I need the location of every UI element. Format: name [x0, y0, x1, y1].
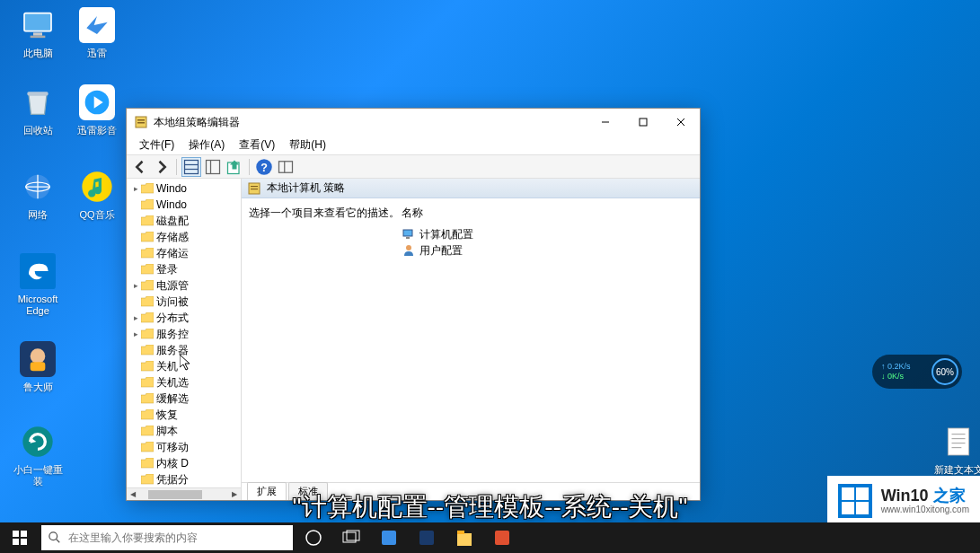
expand-icon[interactable]: [130, 426, 141, 436]
expand-icon[interactable]: [130, 199, 141, 210]
expand-icon[interactable]: [130, 393, 141, 404]
desktop-icon-xunlei-video[interactable]: 迅雷影音: [70, 83, 124, 136]
globe-icon: [18, 167, 57, 206]
content-item-user-config[interactable]: 用户配置: [402, 242, 693, 259]
watermark-suffix: 之家: [933, 487, 966, 505]
expand-icon[interactable]: ▸: [130, 280, 141, 291]
expand-icon[interactable]: [130, 296, 141, 307]
tree-node[interactable]: 关机选: [127, 374, 241, 391]
help-button[interactable]: ?: [254, 157, 274, 177]
tree-node[interactable]: ▸服务控: [127, 326, 241, 342]
content-description: 选择一个项目来查看它的描述。: [249, 206, 402, 475]
expand-icon[interactable]: [130, 442, 141, 452]
expand-icon[interactable]: [130, 232, 141, 242]
content-item-computer-config[interactable]: 计算机配置: [402, 226, 693, 242]
taskbar-app-3[interactable]: [446, 522, 483, 553]
menu-action[interactable]: 操作(A): [181, 136, 232, 154]
forward-button[interactable]: [152, 157, 172, 177]
desktop-icon-recycle-bin[interactable]: 回收站: [11, 83, 65, 136]
desktop-icon-this-pc[interactable]: 此电脑: [11, 5, 65, 59]
tree-node[interactable]: ▸Windo: [127, 180, 241, 197]
svg-rect-22: [137, 122, 145, 124]
tab-extended[interactable]: 扩展: [247, 482, 287, 500]
net-down: 0K/s: [887, 372, 904, 381]
desktop-icon-network[interactable]: 网络: [11, 167, 65, 221]
desktop-icon-edge[interactable]: Microsoft Edge: [11, 251, 65, 317]
expand-icon[interactable]: [130, 409, 141, 420]
expand-icon[interactable]: [130, 474, 141, 485]
desktop-icon-xunlei[interactable]: 迅雷: [70, 5, 124, 59]
taskbar-cortana[interactable]: [295, 522, 332, 553]
expand-icon[interactable]: [130, 458, 141, 469]
minimize-button[interactable]: [587, 109, 624, 136]
menu-view[interactable]: 查看(V): [232, 136, 282, 154]
menu-help[interactable]: 帮助(H): [282, 136, 333, 154]
taskbar-app-2[interactable]: [408, 522, 446, 553]
taskbar-search[interactable]: [41, 525, 293, 550]
tree-node[interactable]: 缓解选: [127, 391, 241, 407]
scroll-left-icon[interactable]: ◀: [127, 488, 139, 501]
tree-node[interactable]: ▸分布式: [127, 310, 241, 326]
folder-icon: [141, 280, 154, 291]
expand-icon[interactable]: ▸: [130, 312, 141, 323]
expand-icon[interactable]: [130, 215, 141, 226]
expand-icon[interactable]: ▸: [130, 329, 141, 339]
details-button[interactable]: [203, 157, 223, 177]
tree-node[interactable]: 可移动: [127, 439, 241, 455]
expand-icon[interactable]: [130, 345, 141, 356]
menu-file[interactable]: 文件(F): [132, 136, 181, 154]
desktop-icon-ludashi[interactable]: 鲁大师: [11, 339, 65, 393]
tree-pane: ▸WindoWindo磁盘配存储感存储运登录▸电源管访问被▸分布式▸服务控服务器…: [127, 179, 242, 500]
tree-scrollbar[interactable]: ◀ ▶: [127, 487, 241, 500]
content-item-label: 用户配置: [419, 243, 463, 259]
desktop-icon-qqmusic[interactable]: QQ音乐: [70, 167, 124, 221]
tree-node[interactable]: 脚本: [127, 423, 241, 439]
tree-node-label: 可移动: [156, 440, 189, 455]
back-button[interactable]: [130, 157, 150, 177]
tree-node[interactable]: 存储感: [127, 229, 241, 245]
search-input[interactable]: [68, 531, 286, 544]
column-header-name[interactable]: 名称: [402, 206, 693, 221]
bird-icon: [77, 5, 117, 45]
tree-node-label: 脚本: [156, 424, 178, 439]
caption-overlay: "计算机配置--管理模板--系统--关机": [293, 490, 688, 524]
desktop-icon-label: Microsoft Edge: [11, 294, 65, 317]
expand-icon[interactable]: [130, 248, 141, 259]
taskbar-app-1[interactable]: [370, 522, 408, 553]
folder-icon: [141, 296, 154, 307]
tree-node[interactable]: 磁盘配: [127, 213, 241, 229]
svg-rect-55: [457, 531, 464, 534]
performance-widget[interactable]: ↑ 0.2K/s ↓ 0K/s 60%: [872, 355, 962, 389]
expand-icon[interactable]: [130, 377, 141, 388]
tree-node[interactable]: 访问被: [127, 294, 241, 310]
tree-node[interactable]: 存储运: [127, 245, 241, 261]
scroll-right-icon[interactable]: ▶: [228, 488, 241, 501]
desktop-icon-label: 回收站: [11, 125, 65, 136]
maximize-button[interactable]: [624, 109, 662, 136]
svg-rect-52: [382, 531, 396, 545]
tree-node[interactable]: Windo: [127, 197, 241, 213]
desktop-icon-xiaobai[interactable]: 小白一键重装: [11, 422, 65, 487]
expand-icon[interactable]: [130, 264, 141, 275]
tree-node-label: 分布式: [156, 311, 189, 326]
titlebar[interactable]: 本地组策略编辑器: [127, 109, 700, 136]
list-view-button[interactable]: [181, 157, 201, 177]
start-button[interactable]: [0, 522, 40, 553]
expand-icon[interactable]: [130, 361, 141, 372]
tree-node[interactable]: 凭据分: [127, 471, 241, 487]
export-button[interactable]: [225, 157, 244, 177]
tree-node[interactable]: ▸电源管: [127, 277, 241, 294]
filter-button[interactable]: [276, 157, 296, 177]
tree-node[interactable]: 恢复: [127, 407, 241, 423]
taskbar-app-4[interactable]: [483, 522, 521, 553]
svg-rect-45: [13, 539, 19, 545]
tree-node-label: 电源管: [156, 278, 189, 294]
app-icon: [134, 115, 148, 129]
expand-icon[interactable]: ▸: [130, 183, 141, 194]
folder-icon: [141, 264, 154, 275]
tree-node[interactable]: 内核 D: [127, 455, 241, 471]
refresh-icon: [18, 422, 57, 461]
tree-node[interactable]: 登录: [127, 261, 241, 277]
close-button[interactable]: [662, 109, 700, 136]
taskbar-taskview[interactable]: [332, 522, 370, 553]
